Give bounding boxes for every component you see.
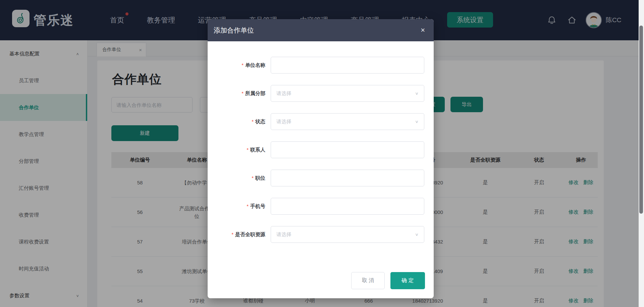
modal-header: 添加合作单位 × — [208, 19, 434, 41]
field-select[interactable]: 请选择∨ — [271, 113, 424, 130]
modal-close-icon[interactable]: × — [421, 27, 425, 34]
field-label: *所属分部 — [208, 90, 265, 97]
form-field-row: *手机号 — [208, 198, 434, 215]
required-asterisk: * — [252, 119, 254, 124]
select-placeholder: 请选择 — [276, 119, 291, 125]
required-asterisk: * — [247, 147, 249, 152]
field-text-input[interactable] — [271, 170, 424, 186]
field-text-input[interactable] — [271, 141, 424, 158]
field-label-text: 单位名称 — [245, 62, 265, 68]
required-asterisk: * — [247, 203, 249, 209]
required-asterisk: * — [231, 231, 233, 237]
field-label-text: 手机号 — [250, 203, 265, 209]
app-window: 管乐迷 首页教务管理运营管理产品管理内容管理商品管理报表中心 系统设置 — [0, 0, 644, 307]
field-text-input[interactable] — [271, 198, 424, 215]
select-placeholder: 请选择 — [276, 231, 291, 238]
form-field-row: *单位名称 — [208, 57, 434, 74]
required-asterisk: * — [252, 175, 254, 181]
field-label-text: 状态 — [255, 119, 265, 124]
form-field-row: *所属分部请选择∨ — [208, 85, 434, 102]
field-label: *单位名称 — [208, 62, 265, 69]
modal-body: *单位名称*所属分部请选择∨*状态请选择∨*联系人*职位*手机号*是否全职资源请… — [208, 41, 434, 298]
field-label: *联系人 — [208, 147, 265, 153]
field-label-text: 是否全职资源 — [235, 231, 265, 237]
field-label: *手机号 — [208, 203, 265, 210]
field-label: *是否全职资源 — [208, 231, 265, 238]
required-asterisk: * — [241, 90, 244, 96]
modal-title: 添加合作单位 — [214, 26, 254, 35]
chevron-down-icon: ∨ — [415, 91, 419, 96]
add-partner-modal: 添加合作单位 × *单位名称*所属分部请选择∨*状态请选择∨*联系人*职位*手机… — [208, 19, 434, 298]
select-placeholder: 请选择 — [276, 90, 291, 97]
form-field-row: *职位 — [208, 170, 434, 186]
field-label-text: 所属分部 — [245, 90, 265, 96]
field-label-text: 职位 — [255, 175, 265, 181]
required-asterisk: * — [241, 62, 244, 68]
field-select[interactable]: 请选择∨ — [271, 85, 424, 102]
chevron-down-icon: ∨ — [415, 119, 419, 124]
form-field-row: *是否全职资源请选择∨ — [208, 226, 434, 243]
cancel-button[interactable]: 取 消 — [351, 272, 385, 289]
field-select[interactable]: 请选择∨ — [271, 226, 424, 243]
form-field-row: *状态请选择∨ — [208, 113, 434, 130]
field-label-text: 联系人 — [250, 147, 265, 152]
modal-footer: 取 消 确 定 — [351, 272, 425, 289]
form-field-row: *联系人 — [208, 141, 434, 158]
page-scrollbar[interactable] — [639, 0, 644, 307]
field-label: *职位 — [208, 175, 265, 181]
confirm-button[interactable]: 确 定 — [390, 272, 425, 289]
scrollbar-thumb[interactable] — [639, 26, 643, 214]
field-text-input[interactable] — [271, 57, 424, 74]
field-label: *状态 — [208, 119, 265, 125]
chevron-down-icon: ∨ — [415, 232, 419, 237]
